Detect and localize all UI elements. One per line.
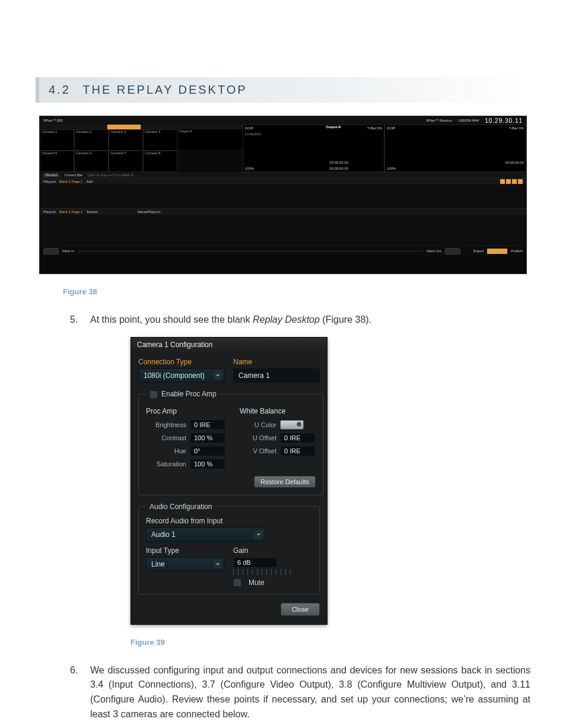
record-audio-label: Record Audio from Input (146, 517, 312, 525)
name-field[interactable]: Camera 1 (233, 368, 320, 383)
rd-topbar: 3Play™ 820 3Play™ Session 1280/59.94M 10… (40, 116, 526, 125)
enable-proc-amp-toggle[interactable]: Enable Proc Amp (146, 390, 220, 399)
list-number: 6. (70, 663, 90, 722)
u-offset-field[interactable]: 0 IRE (280, 433, 316, 443)
record-button[interactable]: Record (43, 173, 59, 177)
out-b-mode: DCIP (387, 126, 395, 130)
brightness-field[interactable]: 0 IRE (190, 419, 225, 430)
figure-39-caption: Figure 39 (131, 638, 530, 647)
audio-config-legend: Audio Configuration (146, 503, 215, 511)
rd-session-label: 3Play™ Session (426, 119, 452, 122)
u-color-picker[interactable] (280, 420, 304, 430)
saturation-field[interactable]: 100 % (190, 459, 225, 469)
output-b-label: Output B (326, 125, 341, 129)
dialog-title: Camera 1 Configuration (131, 338, 327, 352)
mark-in-button[interactable] (43, 248, 59, 255)
transport-bar: Mark In Mark Out Export Publish (40, 246, 526, 256)
connection-type-label: Connection Type (138, 358, 225, 366)
figure-38-caption: Figure 38 (63, 287, 530, 296)
list-item-6: 6. We discussed configuring input and ou… (70, 663, 530, 722)
out-b-tag: T-Bar 0% (509, 126, 524, 130)
chevron-down-icon (214, 371, 222, 380)
rd-session-size: 1280/59.94M (458, 119, 479, 122)
name-label: Name (233, 358, 320, 366)
section-heading: 4.2 THE REPLAY DESKTOP (36, 77, 530, 103)
gain-label: Gain (233, 546, 312, 555)
close-button[interactable]: Close (281, 603, 320, 616)
record-audio-dropdown[interactable]: Audio 1 (146, 527, 266, 542)
chevron-down-icon (255, 530, 263, 539)
gain-slider[interactable] (233, 569, 292, 575)
list-number: 5. (70, 313, 90, 328)
replay-desktop-figure: 3Play™ 820 3Play™ Session 1280/59.94M 10… (39, 116, 527, 274)
rd-clock: 10.29.30.11 (485, 117, 523, 124)
proc-amp-heading: Proc Amp (146, 407, 225, 415)
rd-session-name: 3Play™ 820 (43, 119, 63, 122)
input-type-dropdown[interactable]: Line (146, 557, 225, 571)
checkbox-icon[interactable] (233, 578, 241, 587)
mark-out-button[interactable] (445, 248, 460, 255)
checkbox-icon[interactable] (150, 390, 158, 399)
publish-button[interactable] (487, 249, 507, 254)
out-a-mode: DCIP (245, 126, 253, 130)
output-a-label: Output A (179, 129, 192, 133)
rd-camera-row-2: Camera 5 Camera 6 Camera 7 Camera 8 (40, 151, 243, 172)
white-balance-heading: White Balance (240, 407, 316, 415)
restore-defaults-button[interactable]: Restore Defaults (254, 476, 316, 488)
contrast-field[interactable]: 100 % (190, 433, 225, 443)
v-offset-field[interactable]: 0 IRE (280, 446, 316, 456)
camera-config-dialog: Camera 1 Configuration Connection Type 1… (131, 337, 327, 625)
section-number: 4.2 (49, 83, 71, 96)
out-a-tag: T-Bar 0% (367, 126, 382, 130)
rd-tabstrip (40, 125, 243, 129)
audio-config-fieldset: Audio Configuration Record Audio from In… (138, 503, 320, 595)
proc-amp-fieldset: Enable Proc Amp Proc Amp Brightness0 IRE… (138, 390, 323, 495)
input-type-label: Input Type (146, 546, 225, 555)
connection-type-dropdown[interactable]: 1080i (Component) (138, 368, 225, 383)
hue-field[interactable]: 0° (190, 446, 225, 456)
rd-camera-row-1: Camera 1 Camera 2 Camera 3 Camera 4 Outp… (40, 129, 243, 151)
chevron-down-icon (214, 560, 222, 568)
mute-toggle[interactable]: Mute (233, 578, 312, 587)
export-button[interactable]: Export (473, 249, 484, 253)
strip-tools[interactable] (500, 179, 523, 184)
list-item-5: 5. At this point, you should see the bla… (70, 313, 530, 328)
gain-field[interactable]: 6 dB (233, 557, 277, 568)
add-button[interactable]: Add (86, 180, 93, 183)
section-title: THE REPLAY DESKTOP (82, 83, 247, 96)
